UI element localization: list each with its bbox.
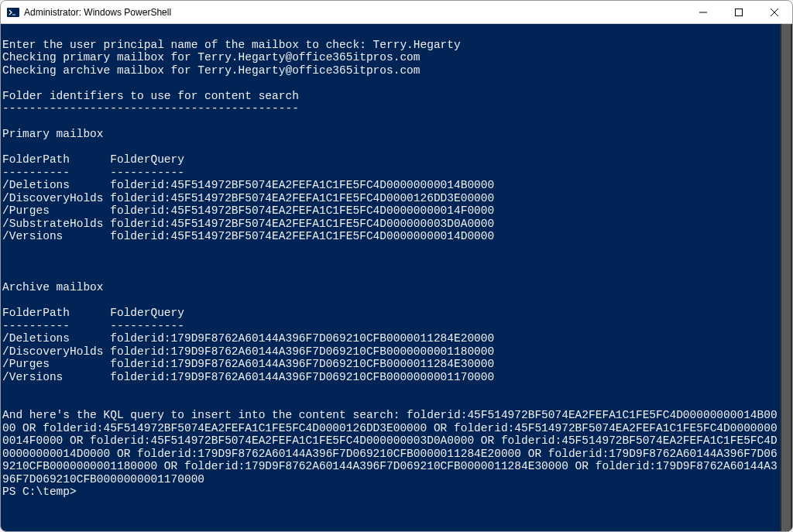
output-line: Checking primary mailbox for Terry.Hegar… [2,51,421,63]
table-row: /Purges folderid:179D9F8762A60144A396F7D… [2,358,494,370]
table-row: /DiscoveryHolds folderid:179D9F8762A6014… [2,345,494,358]
table-row: /Deletions folderid:179D9F8762A60144A396… [2,332,494,345]
table-header-sep: ---------- ----------- [2,320,184,332]
scrollbar[interactable] [780,24,792,531]
output-line: Enter the user principal name of the mai… [2,39,461,51]
output-line: Folder identifiers to use for content se… [2,90,299,102]
table-row: /Deletions folderid:45F514972BF5074EA2FE… [2,179,494,191]
window-title: Administrator: Windows PowerShell [24,7,685,18]
output-line: Checking archive mailbox for Terry.Hegar… [2,64,421,77]
ps-prompt: PS C:\temp> [2,486,77,498]
table-row: /Versions folderid:179D9F8762A60144A396F… [2,371,494,383]
minimize-button[interactable] [685,1,721,23]
powershell-icon [7,6,19,19]
maximize-button[interactable] [721,1,757,23]
titlebar[interactable]: Administrator: Windows PowerShell [1,1,792,24]
table-row: /DiscoveryHolds folderid:45F514972BF5074… [2,192,494,204]
section-title: Primary mailbox [2,128,104,140]
table-header: FolderPath FolderQuery [2,153,184,166]
table-row: /Purges folderid:45F514972BF5074EA2FEFA1… [2,204,494,217]
table-header: FolderPath FolderQuery [2,307,184,319]
svg-rect-3 [736,9,743,15]
section-title: Archive mailbox [2,281,104,293]
window-controls [685,1,792,23]
terminal-content: Enter the user principal name of the mai… [2,39,792,499]
table-row: /Versions folderid:45F514972BF5074EA2FEF… [2,230,494,242]
table-header-sep: ---------- ----------- [2,166,184,179]
scrollbar-thumb[interactable] [781,24,791,531]
svg-rect-0 [7,8,19,17]
table-row: /SubstrateHolds folderid:45F514972BF5074… [2,218,494,230]
close-button[interactable] [757,1,792,23]
output-line: ----------------------------------------… [2,102,299,115]
kql-output: And here's the KQL query to insert into … [2,409,778,486]
terminal-pane[interactable]: Enter the user principal name of the mai… [1,24,792,531]
